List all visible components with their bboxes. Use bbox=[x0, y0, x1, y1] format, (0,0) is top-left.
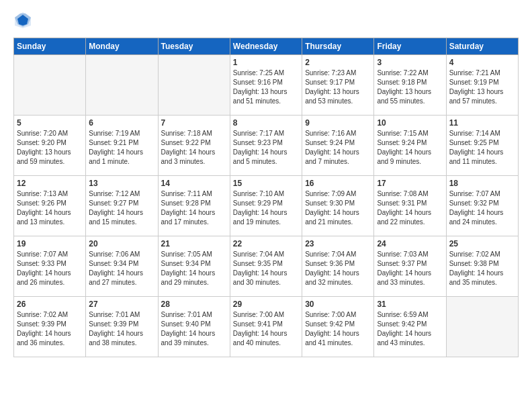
calendar-cell: 26Sunrise: 7:02 AMSunset: 9:39 PMDayligh… bbox=[14, 297, 86, 357]
calendar-cell bbox=[14, 55, 86, 116]
day-number: 16 bbox=[305, 179, 371, 188]
day-info: Sunrise: 7:15 AMSunset: 9:24 PMDaylight:… bbox=[377, 129, 443, 167]
day-number: 2 bbox=[305, 58, 371, 67]
calendar-week-row: 12Sunrise: 7:13 AMSunset: 9:26 PMDayligh… bbox=[14, 176, 519, 236]
day-info: Sunrise: 7:03 AMSunset: 9:37 PMDaylight:… bbox=[377, 250, 443, 287]
day-info: Sunrise: 7:02 AMSunset: 9:39 PMDaylight:… bbox=[17, 310, 83, 348]
calendar-table: SundayMondayTuesdayWednesdayThursdayFrid… bbox=[13, 38, 519, 357]
calendar-cell: 24Sunrise: 7:03 AMSunset: 9:37 PMDayligh… bbox=[374, 236, 446, 297]
calendar-week-row: 5Sunrise: 7:20 AMSunset: 9:20 PMDaylight… bbox=[14, 116, 519, 176]
logo bbox=[13, 11, 35, 30]
day-info: Sunrise: 7:10 AMSunset: 9:29 PMDaylight:… bbox=[233, 189, 299, 227]
day-info: Sunrise: 7:16 AMSunset: 9:24 PMDaylight:… bbox=[305, 129, 371, 167]
day-info: Sunrise: 7:21 AMSunset: 9:19 PMDaylight:… bbox=[449, 68, 515, 106]
day-number: 5 bbox=[17, 118, 83, 128]
day-info: Sunrise: 7:09 AMSunset: 9:30 PMDaylight:… bbox=[305, 189, 371, 227]
day-number: 21 bbox=[161, 239, 227, 248]
calendar-cell: 22Sunrise: 7:04 AMSunset: 9:35 PMDayligh… bbox=[230, 236, 302, 297]
day-number: 23 bbox=[305, 239, 371, 248]
calendar-cell: 8Sunrise: 7:17 AMSunset: 9:23 PMDaylight… bbox=[230, 116, 302, 176]
calendar-cell bbox=[86, 55, 158, 116]
day-info: Sunrise: 7:01 AMSunset: 9:40 PMDaylight:… bbox=[161, 310, 227, 348]
day-info: Sunrise: 7:00 AMSunset: 9:42 PMDaylight:… bbox=[305, 310, 371, 348]
day-number: 8 bbox=[233, 118, 299, 128]
calendar-cell: 12Sunrise: 7:13 AMSunset: 9:26 PMDayligh… bbox=[14, 176, 86, 236]
calendar-week-row: 19Sunrise: 7:07 AMSunset: 9:33 PMDayligh… bbox=[14, 236, 519, 297]
calendar-cell: 14Sunrise: 7:11 AMSunset: 9:28 PMDayligh… bbox=[158, 176, 230, 236]
day-number: 20 bbox=[89, 239, 154, 248]
day-number: 15 bbox=[233, 179, 299, 188]
calendar-cell: 6Sunrise: 7:19 AMSunset: 9:21 PMDaylight… bbox=[86, 116, 158, 176]
day-number: 9 bbox=[305, 118, 371, 128]
calendar-week-row: 1Sunrise: 7:25 AMSunset: 9:16 PMDaylight… bbox=[14, 55, 519, 116]
day-number: 14 bbox=[161, 179, 227, 188]
day-number: 1 bbox=[233, 58, 299, 67]
calendar-cell: 5Sunrise: 7:20 AMSunset: 9:20 PMDaylight… bbox=[14, 116, 86, 176]
calendar-cell: 30Sunrise: 7:00 AMSunset: 9:42 PMDayligh… bbox=[302, 297, 374, 357]
col-header-friday: Friday bbox=[374, 38, 446, 55]
day-number: 26 bbox=[17, 300, 83, 309]
day-number: 27 bbox=[89, 300, 154, 309]
day-number: 29 bbox=[233, 300, 299, 309]
day-info: Sunrise: 7:18 AMSunset: 9:22 PMDaylight:… bbox=[161, 129, 227, 167]
day-info: Sunrise: 7:20 AMSunset: 9:20 PMDaylight:… bbox=[17, 129, 83, 167]
calendar-cell: 29Sunrise: 7:00 AMSunset: 9:41 PMDayligh… bbox=[230, 297, 302, 357]
calendar-cell: 7Sunrise: 7:18 AMSunset: 9:22 PMDaylight… bbox=[158, 116, 230, 176]
day-info: Sunrise: 7:14 AMSunset: 9:25 PMDaylight:… bbox=[449, 129, 515, 167]
day-info: Sunrise: 7:13 AMSunset: 9:26 PMDaylight:… bbox=[17, 189, 83, 227]
col-header-thursday: Thursday bbox=[302, 38, 374, 55]
calendar-cell: 11Sunrise: 7:14 AMSunset: 9:25 PMDayligh… bbox=[446, 116, 518, 176]
day-info: Sunrise: 6:59 AMSunset: 9:42 PMDaylight:… bbox=[377, 310, 443, 348]
calendar-cell: 21Sunrise: 7:05 AMSunset: 9:34 PMDayligh… bbox=[158, 236, 230, 297]
day-number: 24 bbox=[377, 239, 443, 248]
calendar-cell bbox=[446, 297, 518, 357]
col-header-wednesday: Wednesday bbox=[230, 38, 302, 55]
calendar-cell: 4Sunrise: 7:21 AMSunset: 9:19 PMDaylight… bbox=[446, 55, 518, 116]
calendar-cell: 16Sunrise: 7:09 AMSunset: 9:30 PMDayligh… bbox=[302, 176, 374, 236]
day-info: Sunrise: 7:07 AMSunset: 9:33 PMDaylight:… bbox=[17, 250, 83, 287]
day-number: 3 bbox=[377, 58, 443, 67]
col-header-saturday: Saturday bbox=[446, 38, 518, 55]
day-number: 11 bbox=[449, 118, 515, 128]
calendar-cell: 17Sunrise: 7:08 AMSunset: 9:31 PMDayligh… bbox=[374, 176, 446, 236]
day-number: 18 bbox=[449, 179, 515, 188]
day-info: Sunrise: 7:07 AMSunset: 9:32 PMDaylight:… bbox=[449, 189, 515, 227]
calendar-cell: 28Sunrise: 7:01 AMSunset: 9:40 PMDayligh… bbox=[158, 297, 230, 357]
calendar-cell: 10Sunrise: 7:15 AMSunset: 9:24 PMDayligh… bbox=[374, 116, 446, 176]
calendar-header-row: SundayMondayTuesdayWednesdayThursdayFrid… bbox=[14, 38, 519, 55]
day-info: Sunrise: 7:17 AMSunset: 9:23 PMDaylight:… bbox=[233, 129, 299, 167]
calendar-cell: 15Sunrise: 7:10 AMSunset: 9:29 PMDayligh… bbox=[230, 176, 302, 236]
day-info: Sunrise: 7:22 AMSunset: 9:18 PMDaylight:… bbox=[377, 68, 443, 106]
col-header-sunday: Sunday bbox=[14, 38, 86, 55]
calendar-cell: 9Sunrise: 7:16 AMSunset: 9:24 PMDaylight… bbox=[302, 116, 374, 176]
day-info: Sunrise: 7:01 AMSunset: 9:39 PMDaylight:… bbox=[89, 310, 154, 348]
calendar-cell: 23Sunrise: 7:04 AMSunset: 9:36 PMDayligh… bbox=[302, 236, 374, 297]
day-number: 31 bbox=[377, 300, 443, 309]
day-info: Sunrise: 7:23 AMSunset: 9:17 PMDaylight:… bbox=[305, 68, 371, 106]
day-number: 28 bbox=[161, 300, 227, 309]
calendar-cell: 31Sunrise: 6:59 AMSunset: 9:42 PMDayligh… bbox=[374, 297, 446, 357]
day-info: Sunrise: 7:04 AMSunset: 9:35 PMDaylight:… bbox=[233, 250, 299, 287]
col-header-tuesday: Tuesday bbox=[158, 38, 230, 55]
calendar-cell: 13Sunrise: 7:12 AMSunset: 9:27 PMDayligh… bbox=[86, 176, 158, 236]
calendar-cell: 20Sunrise: 7:06 AMSunset: 9:34 PMDayligh… bbox=[86, 236, 158, 297]
day-number: 10 bbox=[377, 118, 443, 128]
day-number: 13 bbox=[89, 179, 154, 188]
page-header bbox=[13, 11, 519, 30]
calendar-cell: 19Sunrise: 7:07 AMSunset: 9:33 PMDayligh… bbox=[14, 236, 86, 297]
calendar-cell: 3Sunrise: 7:22 AMSunset: 9:18 PMDaylight… bbox=[374, 55, 446, 116]
calendar-week-row: 26Sunrise: 7:02 AMSunset: 9:39 PMDayligh… bbox=[14, 297, 519, 357]
calendar-cell: 25Sunrise: 7:02 AMSunset: 9:38 PMDayligh… bbox=[446, 236, 518, 297]
day-number: 25 bbox=[449, 239, 515, 248]
calendar-cell: 27Sunrise: 7:01 AMSunset: 9:39 PMDayligh… bbox=[86, 297, 158, 357]
day-info: Sunrise: 7:08 AMSunset: 9:31 PMDaylight:… bbox=[377, 189, 443, 227]
day-info: Sunrise: 7:00 AMSunset: 9:41 PMDaylight:… bbox=[233, 310, 299, 348]
day-info: Sunrise: 7:04 AMSunset: 9:36 PMDaylight:… bbox=[305, 250, 371, 287]
day-info: Sunrise: 7:12 AMSunset: 9:27 PMDaylight:… bbox=[89, 189, 154, 227]
day-number: 4 bbox=[449, 58, 515, 67]
day-number: 6 bbox=[89, 118, 154, 128]
day-number: 30 bbox=[305, 300, 371, 309]
day-info: Sunrise: 7:02 AMSunset: 9:38 PMDaylight:… bbox=[449, 250, 515, 287]
col-header-monday: Monday bbox=[86, 38, 158, 55]
day-info: Sunrise: 7:11 AMSunset: 9:28 PMDaylight:… bbox=[161, 189, 227, 227]
